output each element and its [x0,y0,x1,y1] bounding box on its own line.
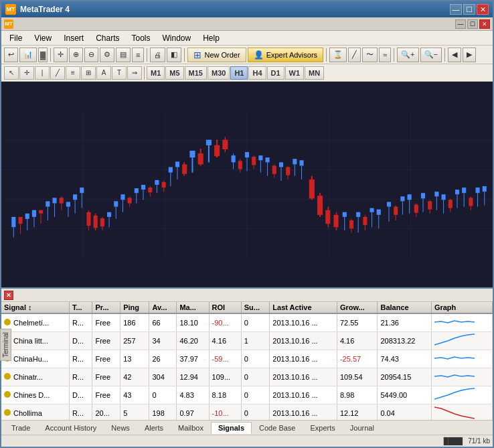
close-button[interactable]: ✕ [477,4,489,15]
col-av[interactable]: Av... [149,302,177,313]
tf-m5[interactable]: M5 [165,66,183,80]
minimize-button[interactable]: — [450,4,462,15]
zoom-in-btn2[interactable]: 🔍+ [397,48,418,62]
nav-left-btn[interactable]: ◀ [448,48,461,62]
signal-name: Chollima [13,409,42,417]
tab-account-history[interactable]: Account History [37,422,104,434]
crosshair-btn[interactable]: ✛ [54,48,68,62]
cell-9: -25.57 [337,350,378,368]
wave-btn[interactable]: 〜 [362,48,378,62]
trendline-btn[interactable]: ╱ [50,66,65,80]
col-graph[interactable]: Graph [431,302,492,313]
tf-w1[interactable]: W1 [285,66,305,80]
chart-area[interactable] [1,82,493,287]
period-btn[interactable]: ≡ [132,48,144,62]
cell-4: 34 [149,332,177,350]
cell-10: 208313.22 [378,332,431,350]
tab-experts[interactable]: Experts [303,422,342,434]
tf-h1[interactable]: H1 [230,66,248,80]
col-roi[interactable]: ROI [209,302,241,313]
tab-journal[interactable]: Journal [343,422,382,434]
tf-h4[interactable]: H4 [248,66,266,80]
tab-signals[interactable]: Signals [211,422,252,434]
col-ma[interactable]: Ma... [177,302,209,313]
menu-insert[interactable]: Insert [58,32,89,44]
svg-rect-117 [394,207,398,215]
signal-name: China litt... [13,337,48,345]
col-signal[interactable]: Signal ↕ [1,302,69,313]
zoom-out-btn[interactable]: ⊖ [84,48,98,62]
menu-help[interactable]: Help [197,32,225,44]
zoom-out-btn2[interactable]: 🔍− [420,48,442,62]
print-btn[interactable]: 🖨 [150,48,165,62]
menu-tools[interactable]: Tools [127,32,156,44]
maximize-button[interactable]: ☐ [463,4,475,15]
cell-7: 0 [241,313,270,332]
arrow-btn[interactable]: ↩ [4,48,18,62]
chart-btn[interactable]: 📊 [19,48,37,62]
child-close[interactable]: ✕ [479,19,490,29]
col-grow[interactable]: Grow... [337,302,378,313]
expert-advisors-btn[interactable]: 👤 Expert Advisors [248,48,323,62]
col-type[interactable]: T... [69,302,92,313]
data-info: 71/1 kb [468,437,490,445]
connection-indicator: ████ [444,437,463,445]
child-maximize[interactable]: ☐ [467,19,478,29]
svg-rect-105 [349,220,353,228]
crosshair-draw-btn[interactable]: ✛ [19,66,34,80]
tf-m1[interactable]: M1 [147,66,165,80]
svg-rect-39 [107,212,111,217]
template-btn[interactable]: ▤ [116,48,131,62]
grid-btn[interactable]: ⊞ [81,66,96,80]
col-balance[interactable]: Balance [378,302,431,313]
sep6 [444,48,445,62]
svg-rect-49 [141,185,145,190]
tf-mn[interactable]: MN [305,66,324,80]
tf-d1[interactable]: D1 [267,66,284,80]
tab-trade[interactable]: Trade [4,422,37,434]
line-btn[interactable]: ╱ [348,48,361,62]
chart-btn2[interactable]: ▓ [38,48,48,62]
svg-rect-31 [80,188,84,193]
tf-m15[interactable]: M15 [185,66,207,80]
new-order-btn[interactable]: ⊞ New Order [187,48,246,62]
col-su[interactable]: Su... [241,302,270,313]
svg-rect-59 [175,161,179,167]
title-bar-controls: — ☐ ✕ [450,4,489,15]
vertical-line-btn[interactable]: | [35,66,50,80]
svg-rect-137 [462,188,466,193]
menu-view[interactable]: View [29,32,57,44]
textbox-btn[interactable]: T [112,66,127,80]
svg-rect-55 [162,182,166,188]
menu-charts[interactable]: Charts [90,32,125,44]
zoom-in-btn[interactable]: ⊕ [69,48,83,62]
tab-alerts[interactable]: Alerts [137,422,171,434]
text-btn[interactable]: A [96,66,111,80]
history-btn[interactable]: ⌛ [329,48,347,62]
tab-mailbox[interactable]: Mailbox [171,422,211,434]
child-minimize[interactable]: — [455,19,466,29]
svg-rect-57 [169,167,173,173]
svg-rect-19 [39,210,43,214]
arrow-draw-btn[interactable]: ⇒ [127,66,142,80]
col-price[interactable]: Pr... [92,302,120,313]
fib-btn[interactable]: ≈ [379,48,391,62]
eq-btn[interactable]: ≡ [66,66,80,80]
properties-btn[interactable]: ⚙ [100,48,114,62]
tab-code-base[interactable]: Code Base [252,422,303,434]
col-last-active[interactable]: Last Active [270,302,337,313]
cell-8: 2013.10.16 ... [270,368,337,386]
signals-table[interactable]: Signal ↕ T... Pr... Ping Av... Ma... ROI… [1,302,493,420]
cell-3: 42 [120,368,149,386]
menu-file[interactable]: File [4,32,27,44]
print-prev-btn[interactable]: ◧ [167,48,181,62]
menu-window[interactable]: Window [157,32,197,44]
tf-m30[interactable]: M30 [208,66,230,80]
cell-1: R... [69,350,92,368]
cell-10: 20954.15 [378,368,431,386]
col-ping[interactable]: Ping [120,302,149,313]
cursor-btn[interactable]: ↖ [4,66,19,80]
tab-news[interactable]: News [104,422,137,434]
nav-right-btn[interactable]: ▶ [463,48,476,62]
panel-close-btn[interactable]: ✕ [4,291,13,300]
